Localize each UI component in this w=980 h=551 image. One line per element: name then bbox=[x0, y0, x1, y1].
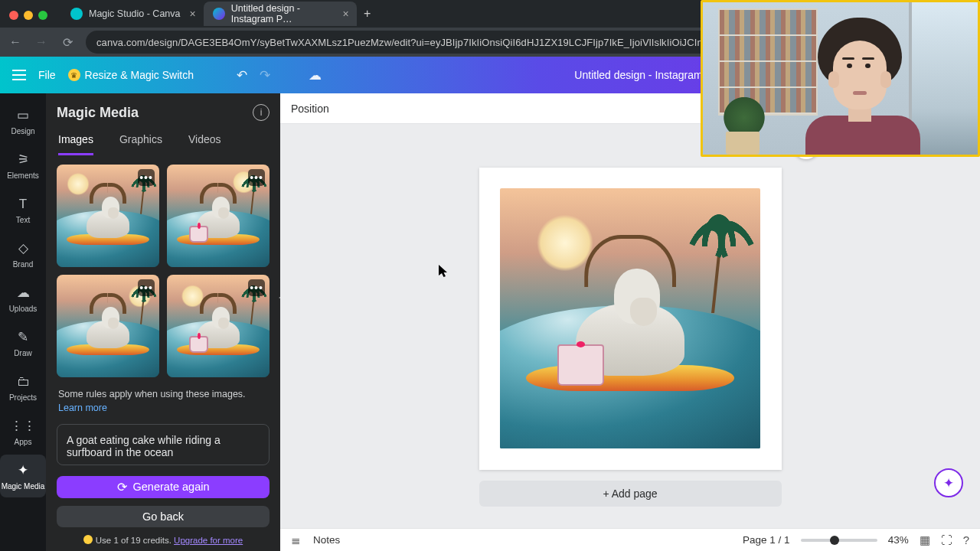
generated-thumb-2[interactable]: ••• bbox=[167, 165, 270, 267]
media-type-tabs: ImagesGraphicsVideos bbox=[57, 133, 270, 155]
canva-assistant-fab[interactable]: ✦ bbox=[934, 468, 963, 497]
rail-item-draw[interactable]: ✎Draw bbox=[0, 321, 46, 364]
rail-icon: 🗀 bbox=[15, 373, 31, 390]
rules-note: Some rules apply when using these images… bbox=[58, 388, 268, 415]
rail-label: Brand bbox=[13, 260, 34, 269]
thumb-more-icon[interactable]: ••• bbox=[138, 279, 155, 296]
zoom-slider[interactable] bbox=[801, 539, 877, 542]
credits-note: Use 1 of 19 credits. Upgrade for more bbox=[57, 535, 270, 545]
close-tab-icon[interactable]: × bbox=[190, 8, 196, 20]
canva-favicon-icon bbox=[70, 8, 83, 20]
generate-label: Generate again bbox=[133, 481, 210, 493]
help-icon[interactable]: ? bbox=[963, 533, 969, 546]
rail-icon: ◇ bbox=[15, 240, 31, 257]
prompt-input[interactable]: A goat eating cake while riding a surfbo… bbox=[57, 424, 270, 465]
rail-item-design[interactable]: ▭Design bbox=[0, 99, 46, 142]
rail-label: Magic Media bbox=[2, 482, 45, 491]
generated-image[interactable] bbox=[500, 188, 760, 448]
rail-icon: T bbox=[15, 196, 31, 213]
left-icon-rail: ▭Design⚞ElementsTText◇Brand☁Uploads✎Draw… bbox=[0, 93, 46, 551]
rail-icon: ✎ bbox=[15, 329, 31, 346]
rail-icon: ⚞ bbox=[15, 152, 31, 168]
file-menu[interactable]: File bbox=[38, 69, 56, 81]
page-counter[interactable]: Page 1 / 1 bbox=[743, 534, 790, 546]
add-page-button[interactable]: + Add page bbox=[479, 481, 782, 507]
position-button[interactable]: Position bbox=[291, 103, 329, 115]
mouse-cursor bbox=[439, 265, 448, 279]
resize-label: Resize & Magic Switch bbox=[85, 69, 194, 81]
rail-item-uploads[interactable]: ☁Uploads bbox=[0, 277, 46, 320]
media-tab-videos[interactable]: Videos bbox=[188, 133, 221, 155]
rail-label: Projects bbox=[9, 393, 37, 402]
webcam-overlay bbox=[701, 0, 980, 157]
window-traffic-lights[interactable] bbox=[9, 11, 47, 20]
crown-icon: ♛ bbox=[68, 69, 80, 81]
footer-bar: ≣ Notes Page 1 / 1 43% ▦ ⛶ ? bbox=[280, 528, 980, 551]
goback-label: Go back bbox=[142, 510, 184, 523]
rail-label: Uploads bbox=[9, 305, 38, 313]
rail-label: Text bbox=[16, 216, 30, 224]
go-back-button[interactable]: Go back bbox=[57, 506, 270, 528]
generated-thumb-3[interactable]: ••• bbox=[57, 275, 159, 377]
rail-icon: ☁ bbox=[15, 285, 31, 302]
rail-item-apps[interactable]: ⋮⋮Apps bbox=[0, 410, 46, 453]
magic-media-panel: Magic Media i ImagesGraphicsVideos •••••… bbox=[46, 93, 280, 551]
url-text: canva.com/design/DAGE3EB4OmY/syBetTwXAXM… bbox=[96, 37, 752, 48]
tab-title: Untitled design - Instagram P… bbox=[231, 3, 334, 24]
redo-button[interactable]: ↷ bbox=[260, 67, 270, 83]
forward-button[interactable]: → bbox=[34, 35, 49, 49]
rail-item-text[interactable]: TText bbox=[0, 188, 46, 231]
zoom-level[interactable]: 43% bbox=[888, 534, 909, 546]
tab-magic-studio[interactable]: Magic Studio - Canva × bbox=[61, 2, 204, 26]
prompt-text: A goat eating cake while riding a surfbo… bbox=[67, 434, 220, 458]
grid-view-icon[interactable]: ▦ bbox=[920, 533, 930, 547]
menu-icon[interactable] bbox=[12, 70, 26, 80]
generated-thumbnails: •••••••••••• bbox=[57, 165, 270, 377]
rail-label: Draw bbox=[14, 349, 31, 357]
design-page[interactable] bbox=[479, 168, 782, 470]
upgrade-link[interactable]: Upgrade for more bbox=[174, 536, 243, 545]
resize-magic-switch-button[interactable]: ♛ Resize & Magic Switch bbox=[68, 69, 194, 81]
rail-icon: ▭ bbox=[15, 107, 31, 124]
close-dot[interactable] bbox=[9, 11, 18, 20]
rail-label: Elements bbox=[7, 171, 39, 180]
tab-untitled-design[interactable]: Untitled design - Instagram P… × bbox=[204, 2, 357, 26]
notes-icon: ≣ bbox=[291, 533, 301, 547]
thumb-more-icon[interactable]: ••• bbox=[248, 279, 265, 296]
info-icon[interactable]: i bbox=[253, 104, 270, 121]
rail-item-elements[interactable]: ⚞Elements bbox=[0, 144, 46, 187]
back-button[interactable]: ← bbox=[8, 35, 23, 49]
minimize-dot[interactable] bbox=[24, 11, 33, 20]
rail-icon: ✦ bbox=[15, 462, 31, 479]
rail-item-magic-media[interactable]: ✦Magic Media bbox=[0, 455, 46, 497]
close-tab-icon[interactable]: × bbox=[343, 8, 349, 20]
rail-label: Apps bbox=[15, 438, 32, 446]
thumb-more-icon[interactable]: ••• bbox=[138, 169, 155, 186]
canva-favicon-icon bbox=[213, 8, 225, 20]
rail-item-projects[interactable]: 🗀Projects bbox=[0, 366, 46, 409]
rail-item-brand[interactable]: ◇Brand bbox=[0, 233, 46, 276]
crown-icon bbox=[83, 535, 93, 544]
regenerate-icon: ⟳ bbox=[117, 480, 127, 494]
fullscreen-icon[interactable]: ⛶ bbox=[941, 533, 952, 546]
generated-thumb-1[interactable]: ••• bbox=[57, 165, 159, 267]
canvas-area: Position ⟳ + Add page ✦ bbox=[280, 93, 980, 528]
canvas-stage[interactable]: ⟳ + Add page ✦ bbox=[280, 124, 980, 528]
generate-again-button[interactable]: ⟳ Generate again bbox=[57, 476, 270, 498]
media-tab-graphics[interactable]: Graphics bbox=[119, 133, 162, 155]
media-tab-images[interactable]: Images bbox=[58, 133, 93, 155]
panel-title: Magic Media bbox=[57, 105, 139, 121]
generated-thumb-4[interactable]: ••• bbox=[167, 275, 270, 377]
notes-button[interactable]: Notes bbox=[313, 534, 340, 546]
maximize-dot[interactable] bbox=[38, 11, 47, 20]
new-tab-button[interactable]: + bbox=[357, 3, 378, 24]
thumb-more-icon[interactable]: ••• bbox=[248, 169, 265, 186]
learn-more-link[interactable]: Learn more bbox=[58, 403, 107, 413]
undo-button[interactable]: ↶ bbox=[237, 67, 247, 83]
rail-icon: ⋮⋮ bbox=[15, 418, 31, 435]
rail-label: Design bbox=[11, 127, 34, 135]
tab-title: Magic Studio - Canva bbox=[89, 8, 181, 19]
cloud-sync-icon[interactable]: ☁ bbox=[309, 67, 322, 83]
reload-button[interactable]: ⟳ bbox=[60, 35, 75, 50]
